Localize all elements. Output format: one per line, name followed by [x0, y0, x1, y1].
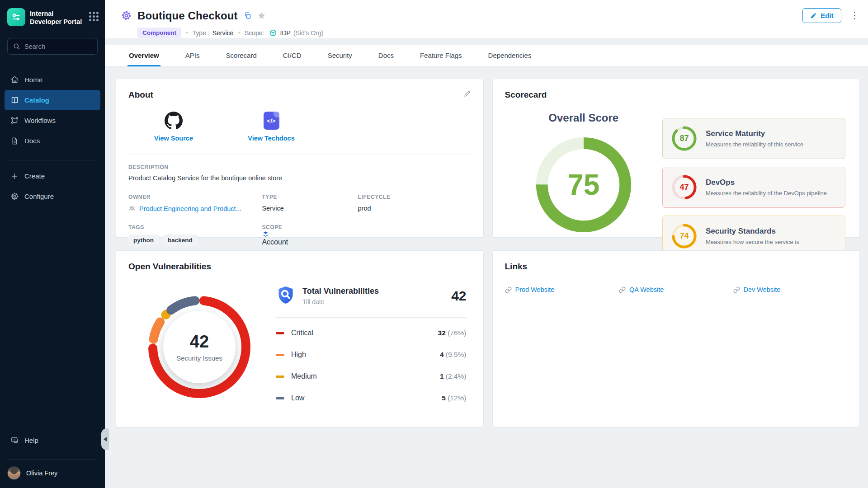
sidebar-item-help[interactable]: ? Help [5, 430, 100, 450]
tag-chip[interactable]: backend [163, 235, 198, 246]
vulnerabilities-donut-chart: 42 Security Issues [143, 291, 256, 404]
type-label: Type : [193, 29, 210, 37]
scope-label: Scope: [245, 29, 264, 37]
view-techdocs-label: View Techdocs [248, 135, 294, 142]
critical-dash-icon [276, 332, 284, 334]
tab-cicd[interactable]: CI/CD [282, 45, 303, 66]
description-label: DESCRIPTION [128, 164, 471, 170]
tab-dependencies[interactable]: Dependencies [487, 45, 533, 66]
tab-security[interactable]: Security [326, 45, 354, 66]
sidebar-item-label: Home [24, 76, 42, 84]
lifecycle-label: LIFECYCLE [358, 194, 471, 200]
logo-row: Internal Developer Portal [0, 6, 105, 26]
score-ring: 87 [671, 125, 698, 152]
overall-score-value: 75 [532, 133, 635, 236]
legend-row-critical: Critical 32 (76%) [276, 322, 467, 344]
view-techdocs-link[interactable]: </> View Techdocs [244, 112, 298, 142]
score-ring: 74 [671, 223, 698, 249]
type-label: TYPE [262, 194, 358, 200]
scope-field: SCOPE Account [262, 224, 471, 246]
sidebar-nav: Home Catalog Workflows [0, 64, 105, 151]
scope-org: (Sid's Org) [293, 29, 323, 37]
tab-overview[interactable]: Overview [127, 45, 160, 66]
view-source-label: View Source [154, 135, 193, 142]
page-header: Boutique Checkout Edit [105, 0, 868, 38]
edit-button-label: Edit [821, 12, 833, 19]
sidebar-bottom: ? Help Olivia Frey [0, 425, 105, 480]
about-title: About [128, 90, 153, 100]
content-area: About View Source [105, 67, 868, 488]
avatar [7, 466, 21, 480]
copy-icon[interactable] [244, 12, 251, 19]
tab-apis[interactable]: APIs [184, 45, 201, 66]
more-options-kebab-icon[interactable] [851, 10, 859, 22]
scope-value: IDP [280, 29, 291, 37]
sidebar-item-home[interactable]: Home [5, 70, 100, 90]
dot-separator: • [186, 29, 188, 36]
tags-field: TAGS python backend [128, 224, 262, 246]
donut-center: 42 Security Issues [163, 311, 236, 383]
owner-label: OWNER [128, 194, 262, 200]
brand-logo-icon [7, 8, 25, 26]
home-icon [10, 75, 19, 84]
score-name: Security Standards [706, 227, 799, 236]
link-chain-icon [733, 286, 740, 293]
overall-score-ring: 75 [532, 133, 635, 236]
vulnerabilities-legend: Critical 32 (76%) High 4 (9.5%) Medium 1… [276, 322, 467, 409]
sidebar-item-configure[interactable]: Configure [5, 186, 100, 206]
apps-grid-icon[interactable] [89, 12, 99, 21]
medium-dash-icon [276, 375, 284, 378]
score-desc: Measures how secure the service is [706, 239, 799, 245]
security-issues-label: Security Issues [176, 354, 222, 362]
score-name: Service Maturity [706, 129, 803, 138]
owner-field: OWNER Product Engineering and Product... [128, 194, 262, 212]
tab-docs[interactable]: Docs [377, 45, 395, 66]
about-edit-pencil-icon[interactable] [463, 90, 471, 98]
prod-website-link[interactable]: Prod Website [505, 286, 619, 293]
scorecard-card: Scorecard Overall Score 75 [492, 79, 860, 238]
dev-website-link[interactable]: Dev Website [733, 286, 848, 293]
tab-scorecard[interactable]: Scorecard [224, 45, 258, 66]
tab-feature-flags[interactable]: Feature Flags [419, 45, 463, 66]
scope-cube-icon [269, 29, 277, 37]
view-source-link[interactable]: View Source [146, 112, 201, 142]
sidebar-item-workflows[interactable]: Workflows [5, 110, 100, 131]
score-name: DevOps [706, 178, 827, 187]
sidebar-search-input[interactable]: Search [7, 38, 98, 55]
scope-label: SCOPE [262, 224, 471, 230]
sidebar-item-create[interactable]: Create [5, 166, 100, 186]
high-dash-icon [276, 354, 284, 356]
page-title: Boutique Checkout [137, 9, 238, 22]
shield-search-icon [276, 285, 296, 306]
sidebar-item-docs[interactable]: Docs [5, 131, 100, 151]
sidebar-item-label: Catalog [24, 96, 49, 104]
score-value: 87 [671, 125, 698, 152]
main-content: Boutique Checkout Edit [105, 0, 868, 488]
sidebar-item-catalog[interactable]: Catalog [5, 90, 100, 110]
till-date-label: Till date [302, 298, 379, 305]
sidebar-item-label: Help [24, 436, 38, 444]
component-gear-icon [121, 10, 132, 21]
divider [128, 155, 471, 155]
qa-website-link[interactable]: QA Website [619, 286, 733, 293]
overall-score-label: Overall Score [548, 112, 618, 124]
user-profile[interactable]: Olivia Frey [0, 460, 105, 480]
scope-value: Account [262, 238, 288, 246]
edit-button[interactable]: Edit [802, 8, 841, 23]
favorite-star-icon[interactable] [257, 11, 266, 20]
total-vulnerabilities-row: Total Vulnerabilities Till date 42 [276, 285, 467, 306]
link-label: QA Website [629, 286, 664, 293]
links-title: Links [505, 262, 528, 272]
scorecard-item-devops[interactable]: 47 DevOps Measures the reliability of th… [662, 167, 845, 208]
type-value: Service [212, 29, 234, 37]
owner-group-icon [128, 205, 136, 212]
tag-chip[interactable]: python [128, 235, 159, 246]
brand-title: Internal Developer Portal [30, 8, 82, 26]
account-scope-icon [262, 230, 471, 238]
lifecycle-field: LIFECYCLE prod [358, 194, 471, 212]
techdocs-icon: </> [264, 112, 279, 130]
description-text: Product Catalog Service for the boutique… [128, 174, 471, 182]
owner-value-link[interactable]: Product Engineering and Product... [139, 205, 241, 212]
sidebar-collapse-handle[interactable] [101, 428, 109, 450]
scorecard-item-service-maturity[interactable]: 87 Service Maturity Measures the reliabi… [662, 118, 845, 159]
